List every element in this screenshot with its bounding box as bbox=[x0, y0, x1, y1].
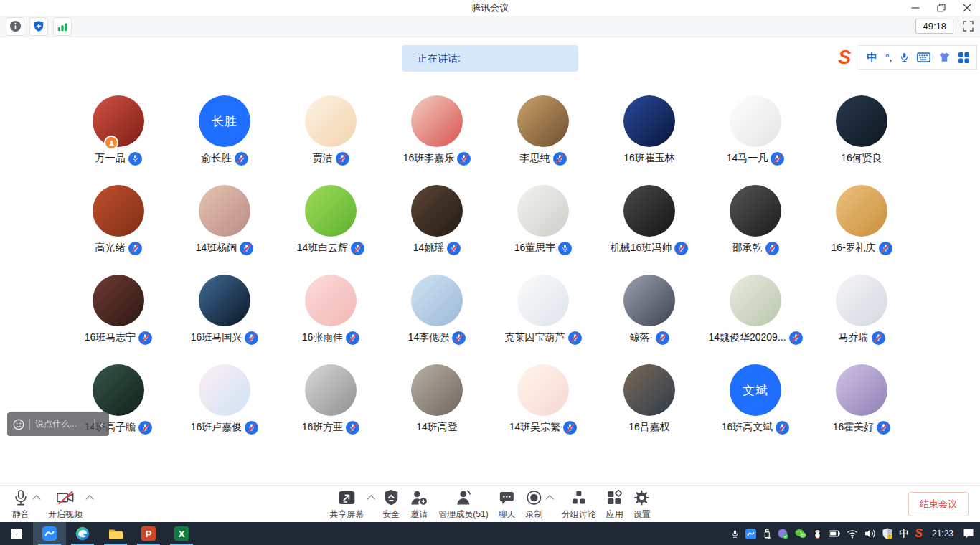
breakout-rooms-button[interactable]: 分组讨论 bbox=[557, 487, 601, 522]
participant-tile[interactable]: 14班高登 bbox=[384, 364, 490, 435]
participant-tile[interactable]: 克莱因宝葫芦 bbox=[490, 275, 596, 345]
avatar-black-horse[interactable] bbox=[623, 185, 675, 237]
avatar-silhouette-dusk[interactable] bbox=[623, 364, 675, 416]
emoji-icon[interactable] bbox=[13, 419, 24, 430]
start-video-options-chevron[interactable] bbox=[85, 496, 95, 502]
ime-skin-icon[interactable] bbox=[938, 52, 951, 63]
tray-usb-icon[interactable] bbox=[763, 529, 771, 539]
avatar-cartoon-frog[interactable] bbox=[305, 185, 357, 237]
meeting-info-icon[interactable] bbox=[6, 17, 24, 36]
taskbar-clock[interactable]: 21:23 bbox=[929, 529, 956, 539]
mute-button[interactable]: 静音 bbox=[7, 487, 34, 522]
invite-button[interactable]: 邀请 bbox=[405, 487, 433, 522]
apps-button[interactable]: 应用 bbox=[601, 487, 628, 522]
tray-battery-icon[interactable] bbox=[829, 530, 840, 537]
participant-tile[interactable]: 16班马志宁 bbox=[65, 275, 171, 345]
taskbar-app-excel[interactable]: X bbox=[165, 522, 198, 545]
participant-tile[interactable]: 16班崔玉林 bbox=[596, 95, 702, 166]
end-meeting-button[interactable]: 结束会议 bbox=[908, 492, 969, 516]
avatar-blonde-person[interactable] bbox=[199, 185, 250, 237]
taskbar-app-powerpoint[interactable]: P bbox=[132, 522, 165, 545]
participant-tile[interactable]: 16董思宇 bbox=[490, 185, 596, 255]
action-center-icon[interactable] bbox=[963, 529, 974, 539]
participant-tile[interactable]: 14班吴宗繁 bbox=[490, 364, 596, 435]
participant-tile[interactable]: 14马一凡 bbox=[702, 95, 809, 166]
participant-tile[interactable]: 16班李嘉乐 bbox=[384, 95, 490, 166]
avatar-cartoon-bunny[interactable] bbox=[305, 95, 357, 147]
ime-voice-input-icon[interactable] bbox=[900, 52, 909, 63]
avatar-fisherman-sketch[interactable] bbox=[517, 185, 569, 237]
participant-tile[interactable]: 李思纯 bbox=[490, 95, 596, 166]
avatar-black-cat-with-phone[interactable] bbox=[730, 185, 781, 237]
avatar-blue-initials[interactable]: 长胜 bbox=[199, 95, 250, 147]
participant-tile[interactable]: 16霍美好 bbox=[809, 364, 915, 435]
avatar-car-rear-night[interactable] bbox=[836, 95, 887, 147]
participant-tile[interactable]: 14班白云辉 bbox=[278, 185, 384, 255]
avatar-anime-boy-dark-hair[interactable] bbox=[623, 275, 675, 326]
tray-app-check-icon[interactable] bbox=[778, 529, 788, 539]
participant-tile[interactable]: 14班杨阔 bbox=[171, 185, 278, 255]
security-shield-icon[interactable] bbox=[29, 17, 48, 36]
tray-wechat-icon[interactable] bbox=[795, 529, 806, 539]
tray-sogou-icon[interactable]: S bbox=[915, 527, 923, 540]
avatar-blue-umbrella-art[interactable] bbox=[411, 275, 463, 326]
participant-tile[interactable]: 机械16班冯帅 bbox=[596, 185, 702, 255]
chat-collapse-icon[interactable]: ‹ bbox=[100, 419, 103, 430]
avatar-dog-in-hoodie[interactable] bbox=[411, 364, 463, 416]
avatar-white-seal-drawing[interactable] bbox=[730, 95, 781, 147]
manage-members-button[interactable]: 管理成员(51) bbox=[433, 487, 493, 522]
participant-tile[interactable]: 马乔瑞 bbox=[809, 275, 915, 345]
share-screen-options-chevron[interactable] bbox=[366, 496, 376, 502]
close-button[interactable] bbox=[954, 0, 980, 16]
participant-tile[interactable]: 16何贤良 bbox=[809, 95, 915, 166]
participant-tile[interactable]: 16-罗礼庆 bbox=[809, 185, 915, 255]
participant-tile[interactable]: 万一品 bbox=[65, 95, 171, 166]
avatar-doraemon-hearts[interactable] bbox=[199, 364, 250, 416]
participant-tile[interactable]: 贾洁 bbox=[278, 95, 384, 166]
participant-tile[interactable]: 邵承乾 bbox=[702, 185, 809, 255]
avatar-man-with-cap[interactable] bbox=[93, 275, 144, 326]
ime-chinese-mode-icon[interactable]: 中 bbox=[867, 51, 877, 65]
ime-toolbox-icon[interactable] bbox=[958, 52, 969, 63]
participant-tile[interactable]: 长胜 俞长胜 bbox=[171, 95, 278, 166]
avatar-blue-initials[interactable]: 文斌 bbox=[730, 364, 781, 416]
start-button[interactable] bbox=[0, 522, 33, 545]
taskbar-app-edge[interactable] bbox=[66, 522, 99, 545]
avatar-portrait-photo[interactable] bbox=[305, 364, 357, 416]
participant-tile[interactable]: 高光绪 bbox=[65, 185, 171, 255]
share-screen-button[interactable]: 共享屏幕 bbox=[324, 487, 369, 522]
avatar-fox-photo[interactable] bbox=[517, 95, 569, 147]
avatar-penguin-plush[interactable] bbox=[411, 185, 463, 237]
settings-button[interactable]: 设置 bbox=[628, 487, 656, 522]
tray-ime-zh-icon[interactable]: 中 bbox=[899, 527, 908, 540]
mute-options-chevron[interactable] bbox=[32, 496, 42, 502]
tray-defender-icon[interactable] bbox=[882, 528, 892, 539]
avatar-shiba-inu[interactable] bbox=[836, 185, 887, 237]
avatar-solidworks-screenshot[interactable] bbox=[517, 275, 569, 326]
avatar-cartoon-boy[interactable] bbox=[836, 275, 887, 326]
avatar-pale-flowers[interactable] bbox=[730, 275, 781, 326]
avatar-child-with-china-flag[interactable] bbox=[93, 95, 144, 147]
restore-button[interactable] bbox=[928, 0, 954, 16]
tray-meeting-icon[interactable] bbox=[745, 529, 756, 539]
participant-tile[interactable]: 14魏俊华20209... bbox=[702, 275, 809, 345]
ime-keyboard-icon[interactable] bbox=[917, 52, 930, 62]
avatar-anime-girl-purple[interactable] bbox=[836, 364, 887, 416]
avatar-pink-pig-cartoon[interactable] bbox=[305, 275, 357, 326]
participant-tile[interactable]: 鲸落· bbox=[596, 275, 702, 345]
start-video-button[interactable]: 开启视频 bbox=[43, 487, 88, 522]
avatar-blue-particle-network[interactable] bbox=[623, 95, 675, 147]
ime-punctuation-icon[interactable]: °, bbox=[885, 52, 892, 63]
avatar-anime-girl-red-hair[interactable] bbox=[411, 95, 463, 147]
participant-tile[interactable]: 16吕嘉权 bbox=[596, 364, 702, 435]
fullscreen-button[interactable] bbox=[962, 20, 974, 32]
participant-tile[interactable]: 14姚瑶 bbox=[384, 185, 490, 255]
participant-tile[interactable]: 16班马国兴 bbox=[171, 275, 278, 345]
avatar-dog-in-cart[interactable] bbox=[93, 185, 144, 237]
tray-qq-icon[interactable] bbox=[813, 529, 822, 539]
tray-wifi-icon[interactable] bbox=[847, 529, 858, 539]
record-button[interactable]: 录制 bbox=[521, 487, 548, 522]
participant-tile[interactable]: 文斌 16班高文斌 bbox=[702, 364, 809, 435]
record-options-chevron[interactable] bbox=[545, 496, 555, 502]
minimize-button[interactable] bbox=[903, 0, 928, 16]
